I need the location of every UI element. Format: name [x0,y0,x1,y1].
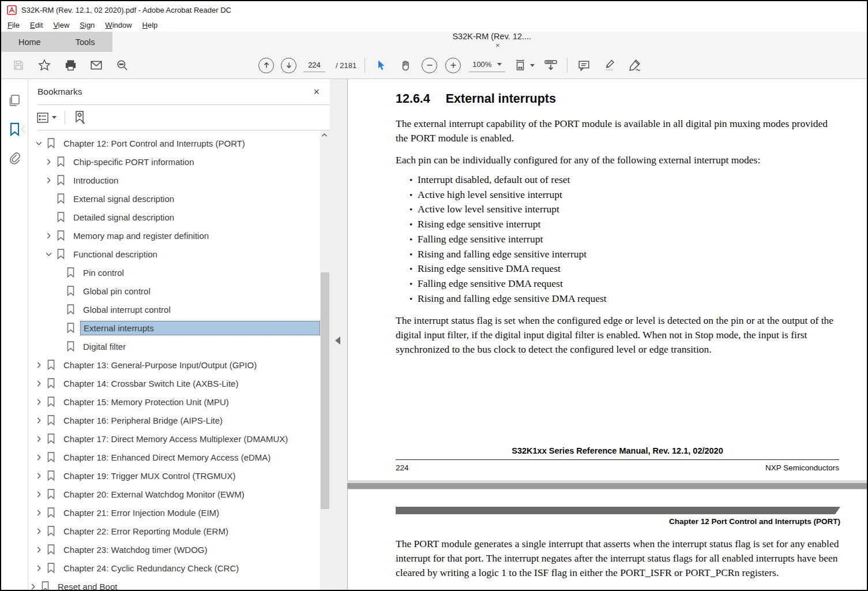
bookmark-item[interactable]: Chapter 17: Direct Memory Access Multipl… [28,429,320,448]
chevron-right-icon[interactable] [44,175,53,185]
zoom-level-dropdown[interactable]: 100% [469,58,505,72]
bookmark-item[interactable]: Chapter 14: Crossbar Switch Lite (AXBS-L… [28,374,320,392]
bookmark-item[interactable]: Pin control [28,263,320,282]
bookmark-item[interactable]: Global pin control [28,282,320,300]
bookmark-item[interactable]: Chapter 16: Peripheral Bridge (AIPS-Lite… [28,411,320,429]
fit-width-dropdown[interactable] [513,58,535,72]
navigation-rail [1,79,28,590]
email-icon[interactable] [88,57,104,74]
chevron-right-icon[interactable] [34,489,43,499]
bookmark-icon [57,156,65,167]
bookmarks-panel-icon[interactable] [7,122,22,137]
footer-page-number: 224 [396,463,409,472]
bookmark-icon [66,304,75,315]
chevron-right-icon[interactable] [34,379,43,388]
chevron-right-icon[interactable] [34,526,43,536]
bookmark-icon [47,563,55,573]
bookmark-label: Chapter 15: Memory Protection Unit (MPU) [61,395,232,409]
bookmark-item[interactable]: External interrupts [28,319,320,337]
bookmark-item[interactable]: Reset and Boot [28,577,320,590]
list-item: Falling edge sensitive DMA request [409,276,840,291]
tab-close-icon[interactable]: × [495,41,500,50]
save-icon[interactable] [10,57,27,74]
footer-company: NXP Semiconductors [765,463,839,472]
star-icon[interactable] [36,57,52,74]
hand-tool-icon[interactable] [397,57,414,74]
bookmark-item[interactable]: Detailed signal description [28,208,320,226]
next-page-icon[interactable] [281,58,296,73]
bookmark-icon [57,249,65,259]
bookmark-label: Chapter 14: Crossbar Switch Lite (AXBS-L… [61,377,241,390]
scrollbar-thumb[interactable] [321,272,329,509]
bookmark-item[interactable]: Functional description [28,245,320,263]
collapse-panel-icon[interactable] [335,336,340,345]
bookmark-item[interactable]: Chip-specific PORT information [28,152,320,171]
menu-sign[interactable]: Sign [74,21,100,29]
bookmark-item[interactable]: Chapter 20: External Watchdog Monitor (E… [28,485,320,503]
chevron-right-icon[interactable] [44,157,53,166]
chevron-right-icon[interactable] [34,434,43,443]
page-number-input[interactable] [303,58,325,72]
chevron-right-icon[interactable] [34,452,43,462]
menu-edit[interactable]: Edit [25,21,48,29]
select-tool-icon[interactable] [373,57,389,74]
bookmark-item[interactable]: Chapter 12: Port Control and Interrupts … [28,134,320,152]
highlight-icon[interactable] [601,57,617,74]
bookmark-icon [47,526,55,536]
comment-icon[interactable] [576,57,592,74]
attachments-icon[interactable] [7,151,22,166]
bookmark-item[interactable]: Chapter 13: General-Purpose Input/Output… [28,356,320,374]
close-panel-icon[interactable]: × [313,87,320,97]
bookmark-options-dropdown[interactable] [36,112,57,124]
chevron-right-icon[interactable] [34,416,43,425]
menu-view[interactable]: View [48,21,74,29]
bookmark-item[interactable]: Digital filter [28,337,320,356]
bookmark-item[interactable]: Chapter 22: Error Reporting Module (ERM) [28,522,320,540]
bookmark-item[interactable]: Chapter 23: Watchdog timer (WDOG) [28,540,320,559]
tab-document[interactable]: S32K-RM (Rev. 12.... × [112,32,867,52]
tab-tools[interactable]: Tools [58,32,112,52]
chevron-right-icon[interactable] [34,397,43,406]
chevron-right-icon[interactable] [34,545,43,554]
bookmark-item[interactable]: Chapter 15: Memory Protection Unit (MPU) [28,392,320,411]
expand-current-bookmark-icon[interactable] [73,110,87,125]
bookmark-item[interactable]: Chapter 18: Enhanced Direct Memory Acces… [28,448,320,466]
zoom-out-icon[interactable] [422,58,437,73]
search-icon[interactable] [114,57,130,74]
menu-file[interactable]: File [2,21,25,29]
bookmark-item[interactable]: Memory map and register definition [28,226,320,245]
print-icon[interactable] [62,57,78,74]
bookmark-item[interactable]: Chapter 24: Cyclic Redundancy Check (CRC… [28,559,320,577]
scroll-up-icon[interactable] [321,133,329,137]
bookmarks-scrollbar[interactable] [320,130,330,590]
chevron-right-icon[interactable] [34,360,43,369]
chevron-down-icon[interactable] [44,249,53,259]
bookmark-item[interactable]: Global interrupt control [28,300,320,319]
previous-page-icon[interactable] [258,58,274,73]
menu-help[interactable]: Help [137,21,163,29]
chevron-right-icon[interactable] [34,471,43,480]
chevron-right-icon[interactable] [34,508,43,517]
bookmark-icon [66,341,75,351]
bookmark-item[interactable]: Introduction [28,171,320,189]
document-area[interactable]: 12.6.4 External interrupts The external … [347,79,867,590]
page-total-label: / 2181 [336,61,356,70]
bookmark-icon [57,193,65,204]
menu-window[interactable]: Window [100,21,137,29]
chevron-right-icon[interactable] [34,563,43,573]
page-thumbnails-icon[interactable] [7,93,22,108]
page-scrolling-icon[interactable] [543,57,559,74]
bookmark-item[interactable]: Chapter 21: Error Injection Module (EIM) [28,503,320,522]
bookmark-icon [47,397,55,407]
tab-home[interactable]: Home [1,32,58,52]
zoom-in-icon[interactable] [445,58,461,73]
chevron-right-icon[interactable] [44,231,53,240]
chevron-down-icon [530,64,535,67]
bookmark-item[interactable]: Chapter 19: Trigger MUX Control (TRGMUX) [28,466,320,485]
bookmark-item[interactable]: External signal description [28,189,320,208]
fill-sign-icon[interactable] [626,57,642,74]
chevron-down-icon[interactable] [34,139,43,148]
chevron-down-icon [497,63,502,66]
pdf-page-224: 12.6.4 External interrupts The external … [347,79,867,480]
chevron-right-icon[interactable] [28,582,37,590]
